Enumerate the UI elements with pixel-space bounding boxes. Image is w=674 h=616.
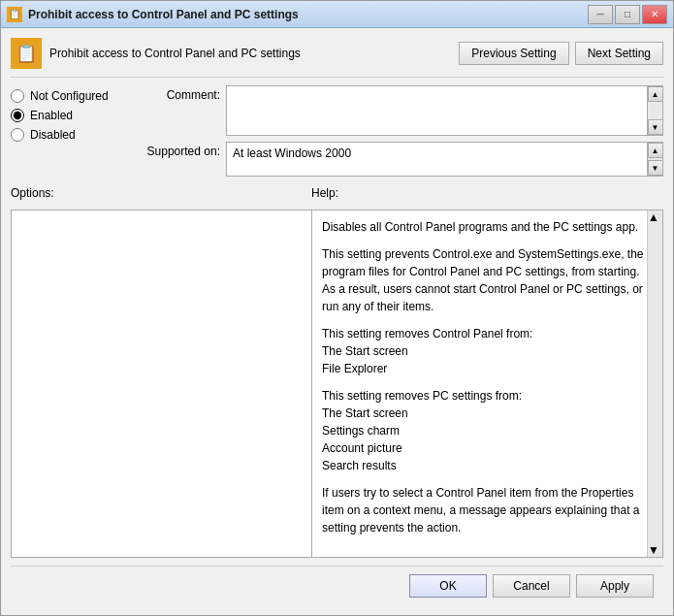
disabled-option[interactable]: Disabled: [11, 128, 127, 142]
header-left: 📋 Prohibit access to Control Panel and P…: [11, 38, 301, 69]
window-title: Prohibit access to Control Panel and PC …: [28, 8, 588, 21]
ok-button[interactable]: OK: [409, 574, 487, 598]
header-buttons: Previous Setting Next Setting: [459, 42, 663, 65]
header-title: Prohibit access to Control Panel and PC …: [49, 47, 301, 60]
restore-button[interactable]: □: [615, 5, 640, 24]
main-window: 📋 Prohibit access to Control Panel and P…: [0, 0, 674, 616]
radio-group: Not Configured Enabled Disabled: [11, 85, 127, 177]
help-p3: This setting removes Control Panel from:…: [322, 325, 653, 377]
enabled-option[interactable]: Enabled: [11, 109, 127, 122]
content-area: 📋 Prohibit access to Control Panel and P…: [1, 28, 673, 615]
not-configured-radio[interactable]: [11, 89, 24, 103]
comment-row: Comment: ▲ ▼: [143, 85, 663, 136]
options-content: [12, 211, 311, 557]
close-button[interactable]: ✕: [642, 5, 667, 24]
help-label: Help:: [311, 184, 663, 202]
apply-button[interactable]: Apply: [576, 574, 654, 598]
help-scrollbar: ▲ ▼: [647, 211, 662, 557]
supported-label: Supported on:: [143, 142, 220, 158]
help-p2: This setting prevents Control.exe and Sy…: [322, 245, 653, 315]
help-p4-item3: Account picture: [322, 441, 402, 455]
help-panel: Disables all Control Panel programs and …: [312, 211, 662, 557]
supported-field: At least Windows 2000 ▲ ▼: [226, 142, 663, 177]
supported-value: At least Windows 2000: [227, 143, 647, 176]
help-p4: This setting removes PC settings from: T…: [322, 387, 653, 474]
not-configured-option[interactable]: Not Configured: [11, 89, 127, 103]
comment-scroll-down[interactable]: ▼: [648, 119, 663, 135]
help-scroll-up[interactable]: ▲: [648, 211, 662, 224]
bottom-bar: OK Cancel Apply: [11, 566, 663, 605]
supported-row: Supported on: At least Windows 2000 ▲ ▼: [143, 142, 663, 177]
help-p4-item4: Search results: [322, 459, 397, 472]
title-bar: 📋 Prohibit access to Control Panel and P…: [1, 1, 673, 28]
help-p1: Disables all Control Panel programs and …: [322, 218, 653, 236]
help-p3-intro: This setting removes Control Panel from:: [322, 327, 532, 340]
main-panels: Disables all Control Panel programs and …: [11, 210, 663, 558]
help-p4-item1: The Start screen: [322, 406, 408, 420]
help-scroll-track: [648, 224, 662, 543]
disabled-label: Disabled: [30, 128, 76, 142]
comment-scrollbar: ▲ ▼: [647, 86, 662, 135]
help-p4-intro: This setting removes PC settings from:: [322, 389, 522, 403]
help-p5: If users try to select a Control Panel i…: [322, 484, 653, 536]
next-setting-button[interactable]: Next Setting: [575, 42, 663, 65]
supported-scroll-up[interactable]: ▲: [648, 143, 663, 158]
enabled-label: Enabled: [30, 109, 73, 122]
options-label: Options:: [11, 184, 311, 202]
policy-icon: 📋: [11, 38, 42, 69]
not-configured-label: Not Configured: [30, 89, 109, 103]
comment-field: ▲ ▼: [226, 85, 663, 136]
comment-textarea[interactable]: [227, 86, 647, 135]
comment-scroll-up[interactable]: ▲: [648, 86, 663, 102]
section-labels: Options: Help:: [11, 184, 663, 202]
options-panel: [12, 211, 312, 557]
prev-setting-button[interactable]: Previous Setting: [459, 42, 568, 65]
settings-section: Not Configured Enabled Disabled Comment:: [11, 85, 663, 177]
cancel-button[interactable]: Cancel: [493, 574, 570, 598]
disabled-radio[interactable]: [11, 128, 24, 142]
minimize-button[interactable]: ─: [588, 5, 613, 24]
supported-scroll-down[interactable]: ▼: [648, 160, 663, 176]
supported-scrollbar: ▲ ▼: [647, 143, 662, 176]
help-content: Disables all Control Panel programs and …: [312, 211, 662, 557]
window-controls: ─ □ ✕: [588, 5, 667, 24]
help-scroll-down[interactable]: ▼: [648, 543, 662, 557]
comment-label: Comment:: [143, 85, 220, 102]
fields-area: Comment: ▲ ▼ Supported on: At least: [143, 85, 663, 177]
help-p3-item2: File Explorer: [322, 362, 387, 375]
enabled-radio[interactable]: [11, 109, 24, 122]
help-p3-item1: The Start screen: [322, 344, 408, 358]
header-section: 📋 Prohibit access to Control Panel and P…: [11, 38, 663, 78]
help-p4-item2: Settings charm: [322, 424, 400, 438]
window-icon: 📋: [7, 7, 22, 22]
